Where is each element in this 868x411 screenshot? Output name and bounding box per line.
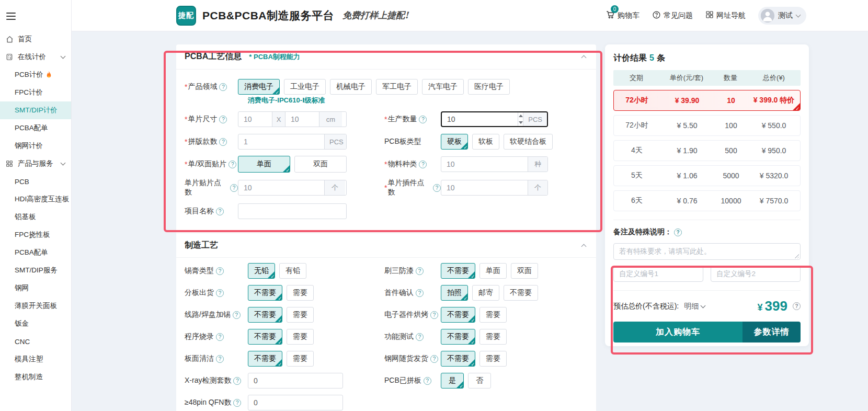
depanel-shipping-option[interactable]: 不需要 [248,285,282,301]
help-icon[interactable] [233,377,241,385]
smd-points-input[interactable] [238,180,324,195]
pcb-panelized-option[interactable]: 否 [468,373,491,389]
product-area-option[interactable]: 军工电子 [376,79,418,95]
product-area-option[interactable]: 医疗电子 [468,79,510,95]
depanel-shipping-option[interactable]: 需要 [287,285,314,301]
board-cleaning-option[interactable]: 不需要 [248,351,282,367]
help-icon[interactable] [419,161,427,168]
product-area-option[interactable]: 汽车电子 [422,79,464,95]
faq-link[interactable]: 常见问题 [652,10,693,21]
add-to-cart-button[interactable]: 加入购物车 [613,322,743,342]
quote-row-selected[interactable]: 72小时 ¥ 39.90 10 ¥ 399.0 特价 [613,90,801,111]
stencil-shipment-option[interactable]: 不需要 [441,351,475,367]
sidebar-item-fpc-flex[interactable]: FPC挠性板 [0,226,71,244]
help-icon[interactable] [230,184,238,192]
smt-sides-option[interactable]: 单面 [238,156,290,173]
product-area-option[interactable]: 机械电子 [330,79,372,95]
dip-points-input[interactable] [441,180,528,195]
quote-row[interactable]: 6天¥ 0.7610000¥ 7570.0 [613,190,801,211]
first-article-option[interactable]: 邮寄 [472,285,499,301]
help-icon[interactable] [424,377,431,385]
solder-paste-option[interactable]: 无铅 [248,263,275,279]
solder-paste-option[interactable]: 有铅 [279,263,306,279]
production-qty-input[interactable] [442,112,518,126]
sidebar-item-cnc[interactable]: CNC [0,333,71,350]
collapse-section-icon[interactable] [581,55,587,61]
brand[interactable]: 捷配 PCB&PCBA制造服务平台 免费打样上捷配! [176,6,408,26]
collapse-section-icon[interactable] [581,244,587,249]
board-cleaning-option[interactable]: 需要 [287,351,314,367]
sidebar-item-products-services[interactable]: 产品与服务 [0,155,71,173]
params-detail-button[interactable]: 参数详情 [743,322,801,342]
help-icon[interactable] [216,208,224,215]
pad-tinning-option[interactable]: 需要 [287,307,314,323]
sidebar-item-online-pricing[interactable]: 在线计价 [0,48,71,66]
custom-id1-input[interactable]: 自定义编号1 [613,266,703,282]
help-icon[interactable] [219,83,227,91]
size-width-input[interactable] [238,112,272,127]
help-icon[interactable] [430,311,438,319]
board-type-option[interactable]: 硬板 [441,134,468,150]
sidebar-item-fpc-pricing[interactable]: FPC计价 [0,84,71,101]
help-icon[interactable] [219,116,227,123]
board-type-option[interactable]: 软板 [472,134,499,150]
sidebar-item-stencil-pricing[interactable]: 钢网计价 [0,137,71,155]
sidebar-item-membrane-panel[interactable]: 薄膜开关面板 [0,297,71,315]
sidebar-item-injection-mold[interactable]: 模具注塑 [0,350,71,368]
quote-row[interactable]: 4天¥ 1.90500¥ 950.0 [613,140,801,161]
site-nav-link[interactable]: 网址导航 [705,10,746,20]
user-menu[interactable]: 测试 [758,7,806,25]
sidebar-item-whole-machine[interactable]: 整机制造 [0,368,71,386]
conformal-coating-option[interactable]: 不需要 [441,263,475,279]
help-icon[interactable] [416,267,424,275]
resize-grip-icon[interactable] [794,254,799,258]
help-icon[interactable] [416,289,424,297]
sidebar-item-smt-dip-service[interactable]: SMT/DIP服务 [0,261,71,279]
remark-input[interactable]: 若有特殊要求，请填写此处。 [613,243,801,260]
detail-toggle[interactable]: 明细 [684,302,705,311]
sidebar-item-smt-dip-pricing[interactable]: SMT/DIP计价 [0,101,71,119]
smt-sides-option[interactable]: 双面 [294,156,347,173]
help-icon[interactable] [219,138,227,146]
help-icon[interactable] [216,333,224,341]
functional-test-option[interactable]: 不需要 [441,329,475,345]
sidebar-item-pcba-bom2[interactable]: PCBA配单 [0,244,71,261]
component-baking-option[interactable]: 需要 [479,307,507,323]
hamburger-menu-icon[interactable] [6,13,16,20]
panel-count-input[interactable] [238,134,324,149]
quote-row[interactable]: 72小时¥ 5.50100¥ 550.0 [613,115,801,136]
size-height-input[interactable] [285,112,319,127]
help-icon[interactable] [793,302,801,310]
sidebar-item-pcb-pricing[interactable]: PCB计价 [0,66,71,84]
stencil-shipment-option[interactable]: 需要 [479,351,507,367]
programming-option[interactable]: 不需要 [248,329,282,345]
product-area-option[interactable]: 消费电子 [238,79,280,95]
help-icon[interactable] [233,399,241,407]
qfn-count-input[interactable] [248,395,343,410]
help-icon[interactable] [433,184,441,192]
conformal-coating-option[interactable]: 单面 [479,263,507,279]
help-icon[interactable] [216,355,224,363]
board-type-option[interactable]: 软硬结合板 [504,134,553,150]
help-icon[interactable] [430,355,438,363]
project-name-input[interactable] [238,203,347,219]
help-icon[interactable] [233,311,241,319]
stepper-down-icon[interactable] [518,119,523,126]
sidebar-item-stencil[interactable]: 钢网 [0,279,71,297]
product-area-option[interactable]: 工业电子 [284,79,326,95]
sidebar-item-pcba-bom[interactable]: PCBA配单 [0,119,71,137]
pcb-panelized-option[interactable]: 是 [441,373,464,389]
help-icon[interactable] [674,229,682,236]
qty-stepper[interactable] [518,112,523,126]
sidebar-item-home[interactable]: 首页 [0,30,71,48]
pcba-capability-link[interactable]: * PCBA制程能力 [249,52,300,62]
custom-id2-input[interactable]: 自定义编号2 [711,266,801,282]
sidebar-item-pcb[interactable]: PCB [0,173,71,190]
programming-option[interactable]: 需要 [287,329,314,345]
xray-count-input[interactable] [248,373,343,389]
component-baking-option[interactable]: 不需要 [441,307,475,323]
first-article-option[interactable]: 不需要 [504,285,538,301]
conformal-coating-option[interactable]: 双面 [511,263,538,279]
pad-tinning-option[interactable]: 不需要 [248,307,282,323]
first-article-option[interactable]: 拍照 [441,285,468,301]
